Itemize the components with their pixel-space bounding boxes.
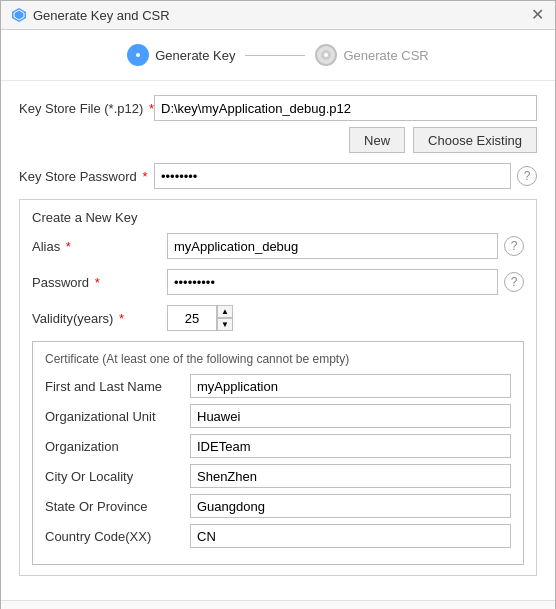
cert-row-2: Organization bbox=[45, 434, 511, 458]
step-generate-key: Generate Key bbox=[127, 44, 235, 66]
keystore-buttons-row: New Choose Existing bbox=[19, 127, 537, 153]
alias-field bbox=[167, 233, 498, 259]
password-label: Key Store Password * bbox=[19, 169, 154, 184]
cert-label-2: Organization bbox=[45, 439, 190, 454]
cert-row-5: Country Code(XX) bbox=[45, 524, 511, 548]
svg-point-5 bbox=[324, 53, 328, 57]
app-icon bbox=[11, 7, 27, 23]
keystore-label: Key Store File (*.p12) * bbox=[19, 101, 154, 116]
step-label-1: Generate Key bbox=[155, 48, 235, 63]
required-star-validity: * bbox=[119, 311, 124, 326]
cert-input-4[interactable] bbox=[190, 494, 511, 518]
key-password-label: Password * bbox=[32, 275, 167, 290]
close-button[interactable]: ✕ bbox=[529, 7, 545, 23]
title-bar-left: Generate Key and CSR bbox=[11, 7, 170, 23]
password-input[interactable] bbox=[154, 163, 511, 189]
svg-point-3 bbox=[136, 53, 140, 57]
key-password-field bbox=[167, 269, 498, 295]
step-dot-icon bbox=[320, 49, 332, 61]
new-key-title: Create a New Key bbox=[32, 210, 524, 225]
spinner-up-button[interactable]: ▲ bbox=[217, 305, 233, 318]
cert-label-0: First and Last Name bbox=[45, 379, 190, 394]
cert-label-4: State Or Province bbox=[45, 499, 190, 514]
password-row: Key Store Password * ? bbox=[19, 163, 537, 189]
step-generate-csr: Generate CSR bbox=[315, 44, 428, 66]
alias-row: Alias * ? bbox=[32, 233, 524, 259]
title-bar: Generate Key and CSR ✕ bbox=[1, 1, 555, 30]
choose-existing-button[interactable]: Choose Existing bbox=[413, 127, 537, 153]
required-star-alias: * bbox=[66, 239, 71, 254]
step-circle-1 bbox=[127, 44, 149, 66]
validity-row: Validity(years) * ▲ ▼ bbox=[32, 305, 524, 331]
steps-bar: Generate Key Generate CSR bbox=[1, 30, 555, 81]
alias-input[interactable] bbox=[167, 233, 498, 259]
form-content: Key Store File (*.p12) * New Choose Exis… bbox=[1, 81, 555, 600]
cert-row-4: State Or Province bbox=[45, 494, 511, 518]
cert-row-1: Organizational Unit bbox=[45, 404, 511, 428]
step-connector bbox=[245, 55, 305, 56]
spinner-controls: ▲ ▼ bbox=[217, 305, 233, 331]
validity-spinner: ▲ ▼ bbox=[167, 305, 233, 331]
required-star-pw: * bbox=[142, 169, 147, 184]
dialog-window: Generate Key and CSR ✕ Generate Key Gene… bbox=[0, 0, 556, 609]
key-password-help-icon[interactable]: ? bbox=[504, 272, 524, 292]
new-button[interactable]: New bbox=[349, 127, 405, 153]
step-check-icon bbox=[132, 49, 144, 61]
cert-label-3: City Or Locality bbox=[45, 469, 190, 484]
cert-input-0[interactable] bbox=[190, 374, 511, 398]
dialog-title: Generate Key and CSR bbox=[33, 8, 170, 23]
cert-row-3: City Or Locality bbox=[45, 464, 511, 488]
step-circle-2 bbox=[315, 44, 337, 66]
validity-input[interactable] bbox=[167, 305, 217, 331]
new-key-section: Create a New Key Alias * ? Password * bbox=[19, 199, 537, 576]
keystore-row: Key Store File (*.p12) * bbox=[19, 95, 537, 121]
step-label-2: Generate CSR bbox=[343, 48, 428, 63]
cert-section-title: Certificate (At least one of the followi… bbox=[45, 352, 511, 366]
key-password-input[interactable] bbox=[167, 269, 498, 295]
cert-label-5: Country Code(XX) bbox=[45, 529, 190, 544]
keystore-field bbox=[154, 95, 537, 121]
spinner-down-button[interactable]: ▼ bbox=[217, 318, 233, 331]
cert-input-5[interactable] bbox=[190, 524, 511, 548]
keystore-input[interactable] bbox=[154, 95, 537, 121]
required-star-keypw: * bbox=[95, 275, 100, 290]
validity-label: Validity(years) * bbox=[32, 311, 167, 326]
cert-row-0: First and Last Name bbox=[45, 374, 511, 398]
key-password-row: Password * ? bbox=[32, 269, 524, 295]
password-field bbox=[154, 163, 511, 189]
password-help-icon[interactable]: ? bbox=[517, 166, 537, 186]
cert-input-1[interactable] bbox=[190, 404, 511, 428]
cert-input-3[interactable] bbox=[190, 464, 511, 488]
cert-input-2[interactable] bbox=[190, 434, 511, 458]
certificate-section: Certificate (At least one of the followi… bbox=[32, 341, 524, 565]
dialog-footer: Cancel Skip Next bbox=[1, 600, 555, 609]
alias-help-icon[interactable]: ? bbox=[504, 236, 524, 256]
cert-label-1: Organizational Unit bbox=[45, 409, 190, 424]
alias-label: Alias * bbox=[32, 239, 167, 254]
